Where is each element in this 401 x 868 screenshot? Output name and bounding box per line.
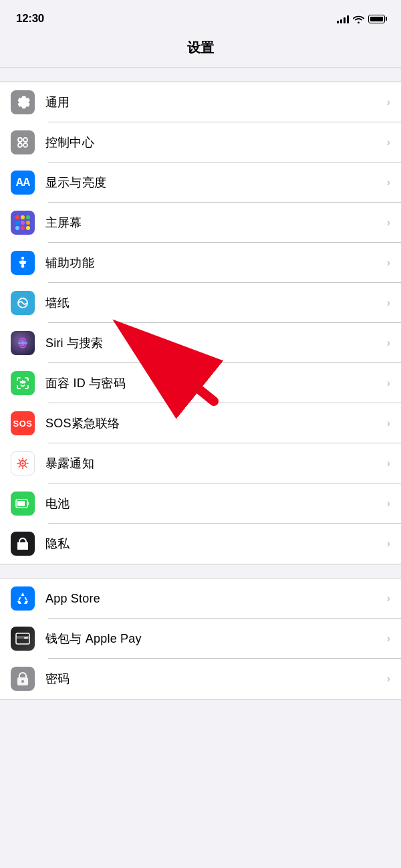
settings-item-appstore[interactable]: App Store › bbox=[0, 578, 401, 619]
settings-item-general[interactable]: 通用 › bbox=[0, 82, 401, 122]
passwords-label: 密码 bbox=[45, 671, 382, 687]
settings-item-siri[interactable]: Siri 与搜索 › bbox=[0, 323, 401, 363]
svg-point-13 bbox=[22, 463, 24, 465]
svg-line-19 bbox=[25, 466, 26, 467]
settings-item-exposure[interactable]: 暴露通知 › bbox=[0, 443, 401, 483]
passwords-chevron: › bbox=[387, 673, 390, 685]
exposure-chevron: › bbox=[387, 457, 390, 469]
appstore-icon bbox=[11, 586, 35, 611]
svg-rect-23 bbox=[17, 501, 25, 506]
svg-point-9 bbox=[21, 382, 22, 383]
svg-line-18 bbox=[19, 459, 19, 460]
siri-label: Siri 与搜索 bbox=[45, 335, 382, 351]
settings-item-control-center[interactable]: 控制中心 › bbox=[0, 122, 401, 162]
faceid-icon bbox=[11, 371, 35, 395]
sos-chevron: › bbox=[387, 417, 390, 429]
sos-label: SOS紧急联络 bbox=[45, 415, 382, 431]
wallet-label: 钱包与 Apple Pay bbox=[45, 631, 382, 647]
appstore-chevron: › bbox=[387, 592, 390, 605]
svg-point-4 bbox=[21, 257, 24, 259]
svg-line-21 bbox=[19, 466, 19, 467]
privacy-label: 隐私 bbox=[45, 536, 382, 552]
general-icon bbox=[11, 90, 35, 114]
settings-item-accessibility[interactable]: 辅助功能 › bbox=[0, 243, 401, 283]
settings-list-general: 通用 › 控制中心 › AA bbox=[0, 82, 401, 564]
battery-label: 电池 bbox=[45, 496, 382, 512]
wallet-chevron: › bbox=[387, 633, 390, 645]
settings-item-sos[interactable]: SOS SOS紧急联络 › bbox=[0, 403, 401, 443]
accessibility-label: 辅助功能 bbox=[45, 255, 382, 271]
settings-item-passwords[interactable]: 密码 › bbox=[0, 659, 401, 699]
control-center-icon bbox=[11, 130, 35, 154]
wallpaper-icon bbox=[11, 291, 35, 315]
control-center-label: 控制中心 bbox=[45, 134, 382, 150]
svg-line-20 bbox=[25, 459, 26, 460]
status-bar: 12:30 bbox=[0, 0, 401, 33]
settings-item-display[interactable]: AA 显示与亮度 › bbox=[0, 162, 401, 203]
wallpaper-label: 墙纸 bbox=[45, 295, 382, 311]
settings-item-wallpaper[interactable]: 墙纸 › bbox=[0, 283, 401, 323]
svg-rect-26 bbox=[24, 637, 28, 639]
homescreen-chevron: › bbox=[387, 217, 390, 229]
settings-item-battery[interactable]: 电池 › bbox=[0, 483, 401, 524]
svg-point-28 bbox=[21, 680, 24, 683]
status-icons bbox=[337, 14, 385, 23]
accessibility-chevron: › bbox=[387, 257, 390, 269]
control-center-chevron: › bbox=[387, 136, 390, 148]
settings-list-apps: App Store › 钱包与 Apple Pay › bbox=[0, 578, 401, 699]
battery-settings-icon bbox=[11, 492, 35, 516]
general-chevron: › bbox=[387, 96, 390, 108]
privacy-icon bbox=[11, 532, 35, 556]
display-label: 显示与亮度 bbox=[45, 175, 382, 191]
svg-point-1 bbox=[23, 138, 27, 142]
exposure-label: 暴露通知 bbox=[45, 455, 382, 471]
general-label: 通用 bbox=[45, 94, 382, 110]
battery-icon bbox=[368, 15, 385, 23]
settings-item-faceid[interactable]: 面容 ID 与密码 › bbox=[0, 363, 401, 403]
status-time: 12:30 bbox=[16, 12, 44, 25]
display-icon: AA bbox=[11, 171, 35, 195]
settings-group-apps: App Store › 钱包与 Apple Pay › bbox=[0, 578, 401, 699]
sos-icon: SOS bbox=[11, 411, 35, 435]
homescreen-label: 主屏幕 bbox=[45, 215, 382, 231]
settings-item-wallet[interactable]: 钱包与 Apple Pay › bbox=[0, 619, 401, 659]
signal-icon bbox=[337, 14, 349, 23]
privacy-chevron: › bbox=[387, 538, 390, 550]
exposure-icon bbox=[11, 451, 35, 475]
wallpaper-chevron: › bbox=[387, 297, 390, 309]
wifi-icon bbox=[353, 15, 364, 23]
faceid-chevron: › bbox=[387, 377, 390, 389]
homescreen-icon bbox=[11, 211, 35, 235]
siri-icon bbox=[11, 331, 35, 355]
page-title: 设置 bbox=[187, 40, 215, 55]
accessibility-icon bbox=[11, 251, 35, 275]
svg-point-0 bbox=[18, 138, 22, 142]
settings-item-privacy[interactable]: 隐私 › bbox=[0, 524, 401, 564]
faceid-label: 面容 ID 与密码 bbox=[45, 375, 382, 391]
svg-point-3 bbox=[23, 143, 27, 147]
settings-item-homescreen[interactable]: 主屏幕 › bbox=[0, 203, 401, 243]
battery-chevron: › bbox=[387, 498, 390, 510]
passwords-icon bbox=[11, 667, 35, 691]
svg-point-10 bbox=[24, 382, 25, 383]
display-chevron: › bbox=[387, 177, 390, 189]
wallet-icon bbox=[11, 627, 35, 651]
page-title-bar: 设置 bbox=[0, 33, 401, 68]
settings-group-general: 通用 › 控制中心 › AA bbox=[0, 82, 401, 564]
appstore-label: App Store bbox=[45, 592, 382, 606]
svg-point-2 bbox=[18, 143, 22, 147]
siri-chevron: › bbox=[387, 337, 390, 349]
